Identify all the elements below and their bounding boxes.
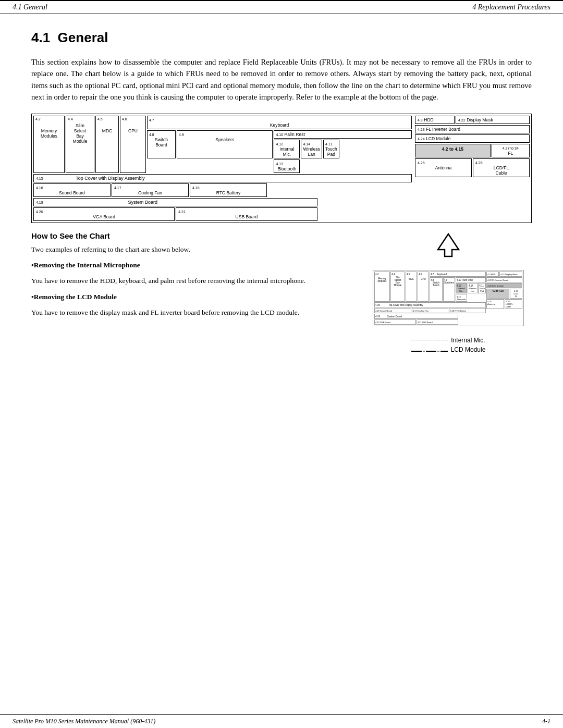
cell-top-cover: 4.15 Top Cover with Display Assembly: [33, 174, 412, 182]
header-bar: 4.1 General 4 Replacement Procedures: [0, 0, 563, 14]
cell-display-mask: 4.22 Display Mask: [456, 116, 530, 124]
cell-speakers: 4.9 Speakers: [177, 130, 273, 158]
main-content: 4.1 General This section explains how to…: [0, 14, 563, 376]
legend-item-internal-mic: Internal Mic.: [411, 337, 486, 344]
cell-internal-mic: 4.12 InternalMic.: [274, 140, 300, 158]
bullet1-text: You have to remove the HDD, keyboard, an…: [31, 276, 352, 286]
mini-chart: 4.2 MemoryModules 4.4 SlimSelectBayModul…: [373, 270, 524, 326]
cell-cpu: 4.6 CPU: [120, 116, 146, 173]
how-to-heading: How to See the Chart: [31, 231, 352, 240]
bullet2-heading: •Removing the LCD Module: [31, 292, 352, 302]
cell-select-bay: 4.4 SlimSelectBayModule: [66, 116, 94, 173]
legend: Internal Mic. LCD Module: [411, 337, 486, 355]
cell-touch-pad: 4.11 TouchPad: [323, 140, 339, 158]
cell-lcd-module: 4.24 LCD Module: [415, 134, 530, 143]
legend-label-lcd: LCD Module: [451, 346, 486, 353]
footer-bar: Satellite Pro M10 Series Maintenance Man…: [0, 714, 563, 728]
cell-palm-rest: 4.10 Palm Rest: [274, 130, 412, 139]
cell-rtc-battery: 4.18 RTC Battery: [190, 183, 267, 197]
cell-memory-modules: 4.2 MemoryModules: [33, 116, 65, 173]
how-to-intro: Two examples of referring to the chart a…: [31, 244, 352, 255]
section-heading: 4.1 General: [31, 30, 532, 46]
cell-keyboard: 4.7 Keyboard: [147, 116, 412, 129]
legend-label-mic: Internal Mic.: [451, 337, 485, 344]
cell-sound-board: 4.16 Sound Board: [33, 183, 111, 197]
legend-dash-dot-line: [411, 348, 448, 352]
cell-usb-board: 4.21 USB Board: [176, 207, 317, 221]
how-to-section: How to See the Chart Two examples of ref…: [31, 231, 532, 355]
bullet1-heading: •Removing the Internal Microphone: [31, 260, 352, 270]
cell-fl-inverter: 4.23 FL Inverter Board: [415, 125, 530, 133]
fru-chart-main: 4.2 MemoryModules 4.4 SlimSelectBayModul…: [31, 114, 532, 223]
bullet2-text: You have to remove the display mask and …: [31, 307, 352, 318]
footer-right: 4-1: [542, 718, 550, 725]
cell-cooling-fan: 4.17 Cooling Fan: [112, 183, 189, 197]
body-paragraph: This section explains how to disassemble…: [31, 56, 532, 103]
cell-hdd: 4.3 HDD: [415, 116, 455, 124]
cell-antenna: 4.25 Antenna: [415, 158, 472, 177]
cell-bluetooth: 4.13 Bluetooth: [274, 159, 300, 173]
cell-lcd-fl-cable: 4.26 LCD/FLCable: [473, 158, 530, 177]
how-to-text: How to See the Chart Two examples of ref…: [31, 231, 352, 355]
cell-wireless-lan: 4.14 WirelessLan: [301, 140, 322, 158]
cell-fl: 4.27 to 34 FL: [492, 144, 530, 157]
cell-42-to-415: 4.2 to 4.15: [415, 144, 491, 157]
arrow-up-icon: [435, 231, 461, 263]
legend-item-lcd-module: LCD Module: [411, 346, 486, 353]
svg-marker-0: [438, 234, 459, 256]
footer-left: Satellite Pro M10 Series Maintenance Man…: [13, 718, 155, 725]
cell-vga-board: 4.20 VGA Board: [33, 207, 175, 221]
legend-dashed-line: [411, 340, 448, 340]
how-to-right: 4.2 MemoryModules 4.4 SlimSelectBayModul…: [365, 231, 532, 355]
cell-switch-board: 4.8 SwitchBoard: [147, 130, 176, 158]
cell-mdc: 4.5 MDC: [95, 116, 119, 173]
cell-system-board: 4.19 System Board: [33, 198, 317, 206]
header-left: 4.1 General: [13, 3, 47, 11]
header-right: 4 Replacement Procedures: [472, 3, 550, 11]
